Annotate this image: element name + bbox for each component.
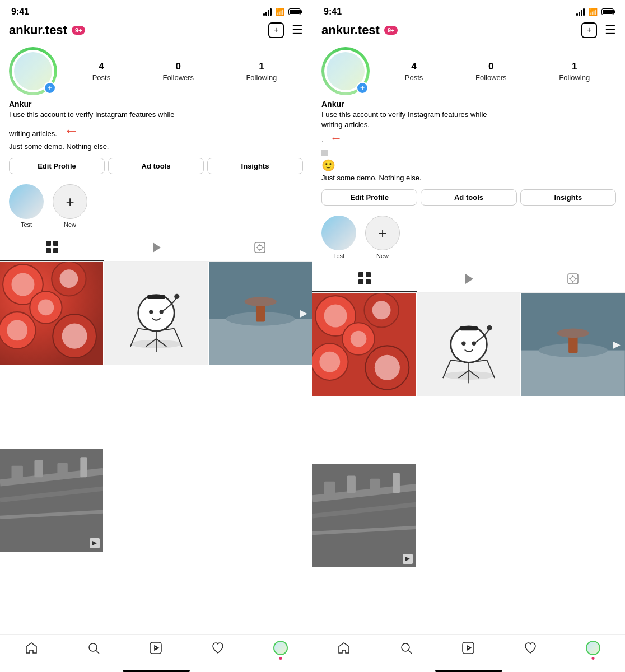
nav-search-left[interactable] [87, 641, 100, 655]
video-badge-4-left [90, 538, 100, 548]
bio-dot-right: . [321, 136, 324, 144]
profile-avatar-nav-left [273, 641, 288, 655]
followers-stat-right[interactable]: 0 Followers [475, 61, 507, 82]
notification-badge-left[interactable]: 9+ [72, 26, 86, 35]
highlight-test-label-right: Test [333, 253, 344, 259]
status-bar-left: 9:41 📶 [0, 0, 312, 20]
posts-count-right: 4 [411, 61, 416, 72]
svg-rect-3 [53, 248, 58, 253]
ad-tools-button-left[interactable]: Ad tools [108, 158, 204, 174]
nav-likes-left[interactable] [211, 641, 225, 655]
stats-row-left: 4 Posts 0 Followers 1 Following [66, 61, 303, 82]
search-icon-right [399, 641, 413, 655]
grid-item-3-left[interactable]: ▶ [209, 262, 312, 365]
nav-search-right[interactable] [399, 641, 413, 655]
ad-tools-button-right[interactable]: Ad tools [421, 189, 516, 206]
nav-reels-right[interactable] [461, 641, 475, 655]
reels-icon-right [461, 641, 475, 655]
notification-badge-right[interactable]: 9+ [384, 26, 398, 35]
heart-icon-left [211, 641, 225, 655]
edit-profile-button-right[interactable]: Edit Profile [321, 189, 417, 206]
tab-grid-right[interactable] [312, 265, 417, 292]
svg-rect-2 [46, 248, 51, 253]
tab-grid-left[interactable] [0, 234, 104, 261]
home-indicator-right [435, 670, 502, 672]
profile-section-left: + 4 Posts 0 Followers 1 Following Ankur [0, 43, 312, 179]
play-indicator-3-right: ▶ [613, 338, 621, 351]
nav-likes-right[interactable] [524, 641, 537, 655]
highlight-new-circle-right: + [365, 216, 400, 250]
nav-home-right[interactable] [337, 641, 351, 655]
profile-avatar-nav-right [586, 641, 600, 655]
add-story-badge-right[interactable]: + [356, 82, 369, 94]
insights-button-right[interactable]: Insights [520, 189, 616, 206]
add-button-left[interactable]: + [268, 22, 284, 38]
following-label-left: Following [246, 73, 277, 82]
svg-point-12 [11, 273, 34, 296]
edit-profile-button-left[interactable]: Edit Profile [9, 158, 105, 174]
highlight-new-right[interactable]: + New [365, 216, 400, 259]
svg-rect-99 [370, 478, 380, 490]
grid-item-1-right[interactable] [312, 293, 416, 396]
bottom-nav-left [0, 634, 312, 666]
svg-point-60 [571, 277, 575, 281]
action-buttons-left: Edit Profile Ad tools Insights [9, 158, 303, 174]
svg-marker-58 [465, 274, 473, 284]
nav-profile-left[interactable] [273, 641, 288, 655]
nav-profile-right[interactable] [586, 641, 600, 655]
add-button-right[interactable]: + [581, 22, 597, 38]
svg-point-53 [155, 647, 157, 649]
nav-reels-left[interactable] [149, 641, 162, 655]
highlight-new-left[interactable]: + New [53, 184, 87, 228]
highlight-test-right[interactable]: Test [321, 216, 356, 259]
insights-button-left[interactable]: Insights [207, 158, 303, 174]
add-highlight-icon-right: + [378, 226, 386, 240]
following-stat-left[interactable]: 1 Following [246, 61, 277, 82]
tab-tagged-left[interactable] [208, 234, 312, 261]
home-icon-left [25, 641, 38, 655]
tab-tagged-right[interactable] [521, 265, 625, 292]
posts-stat-right[interactable]: 4 Posts [405, 61, 423, 82]
followers-label-right: Followers [475, 73, 507, 82]
svg-point-70 [319, 351, 340, 372]
avatar-wrapper-right[interactable]: + [321, 47, 370, 95]
status-icons-left: 📶 [263, 8, 301, 16]
video-badge-4-right [403, 554, 413, 564]
following-count-right: 1 [572, 61, 577, 72]
posts-stat-left[interactable]: 4 Posts [92, 61, 111, 82]
svg-point-14 [60, 269, 78, 288]
add-story-badge-left[interactable]: + [44, 82, 56, 94]
signal-icon-right [576, 8, 585, 16]
tab-reels-right[interactable] [417, 265, 521, 292]
grid-item-2-left[interactable] [104, 262, 207, 365]
grid-icon-right [358, 272, 371, 284]
svg-point-18 [62, 323, 87, 348]
menu-icon-left[interactable]: ☰ [292, 24, 303, 36]
svg-point-72 [375, 354, 400, 380]
following-stat-right[interactable]: 1 Following [559, 61, 590, 82]
nav-home-left[interactable] [25, 641, 38, 655]
grid-item-4-right[interactable] [312, 464, 416, 568]
bio-line2-right: writing articles. [321, 120, 370, 129]
avatar-wrapper-left[interactable]: + [9, 47, 57, 95]
menu-icon-right[interactable]: ☰ [605, 24, 616, 36]
posts-grid-left: ▶ [0, 262, 312, 634]
grid-item-4-left[interactable] [0, 449, 103, 552]
svg-line-50 [96, 651, 99, 654]
arrow-indicator-right: ← [330, 130, 342, 147]
grid-item-1-left[interactable] [0, 262, 103, 365]
grid-item-2-right[interactable] [417, 293, 521, 396]
grid-item-3-right[interactable]: ▶ [521, 293, 625, 396]
svg-point-76 [451, 326, 487, 363]
grid-image-1-right [312, 293, 416, 396]
right-phone-panel: 9:41 📶 ankur.test 9+ + ☰ [312, 0, 625, 672]
highlight-test-left[interactable]: Test [9, 184, 44, 228]
left-phone-panel: 9:41 📶 ankur.test 9+ + ☰ [0, 0, 312, 672]
tab-reels-left[interactable] [104, 234, 208, 261]
followers-stat-left[interactable]: 0 Followers [162, 61, 194, 82]
following-count-left: 1 [259, 61, 264, 72]
profile-name-right: Ankur [321, 100, 616, 109]
username-left: ankur.test [9, 23, 67, 38]
link-preview-icon-right [321, 150, 328, 156]
battery-icon-right [601, 8, 614, 15]
